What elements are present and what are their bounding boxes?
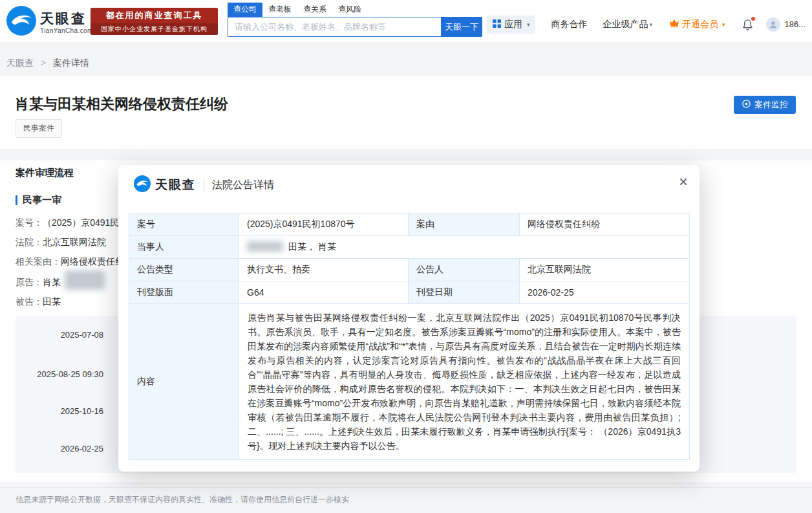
modal-brand: 天眼查 [155, 177, 196, 193]
announcement-table: 案号 (2025)京0491民初10870号 案由 网络侵权责任纠纷 当事人 田… [129, 213, 690, 460]
apps-label: 应用 [504, 19, 522, 30]
field-court: 法院：北京互联网法院 [16, 237, 106, 248]
field-value: 肖某 [43, 277, 61, 287]
content-value: 原告肖某与被告田某网络侵权责任纠纷一案，北京互联网法院作出（2025）京0491… [239, 304, 690, 460]
user-account[interactable]: 186... [766, 17, 806, 32]
field-defendant: 被告：田某 [16, 296, 61, 308]
tab-search-risk[interactable]: 查风险 [332, 3, 367, 17]
breadcrumb-separator: > [41, 58, 46, 68]
case-number-label: 案号 [129, 213, 239, 236]
bell-icon [742, 22, 754, 33]
table-row: 案号 (2025)京0491民初10870号 案由 网络侵权责任纠纷 [129, 213, 690, 236]
plaintiff-name-blur [65, 270, 105, 290]
case-number-value: (2025)京0491民初10870号 [239, 213, 409, 236]
field-value: 北京互联网法院 [43, 237, 106, 247]
search-box: 天眼一下 [228, 17, 482, 37]
page-title-section: 肖某与田某相关网络侵权责任纠纷 民事案件 案件监控 [0, 76, 812, 149]
breadcrumb-home[interactable]: 天眼查 [6, 58, 34, 68]
announcer-label: 公告人 [409, 259, 520, 281]
top-header: 天眼查 TianYanCha.com 都在用的商业查询工具 国家中小企业发展子基… [0, 0, 812, 43]
tab-search-relation[interactable]: 查关系 [297, 3, 332, 17]
footer-divider [0, 487, 812, 488]
tianyancha-logo-icon [134, 175, 151, 195]
field-cause: 相关案由：网络侵权责任纠纷 [16, 256, 133, 268]
cause-label: 案由 [409, 213, 520, 236]
field-label: 被告： [16, 296, 43, 307]
apps-grid-icon [493, 19, 501, 30]
stage-header: 民事一审 [16, 194, 61, 206]
modal-header-divider [204, 179, 204, 191]
case-monitor-button[interactable]: 案件监控 [734, 96, 796, 114]
field-label: 法院： [16, 237, 43, 247]
field-value: 田某 [43, 296, 61, 307]
apps-menu[interactable]: 应用 ▾ [487, 16, 536, 34]
chevron-down-icon: ▾ [722, 21, 725, 28]
top-nav: 应用 ▾ 商务合作 企业级产品 ▾ 开通会员 ▾ 186... [487, 14, 806, 34]
tianyancha-logo-icon [6, 6, 36, 38]
chevron-down-icon: ▾ [527, 21, 530, 28]
chevron-down-icon: ▾ [649, 21, 652, 28]
announcement-type-label: 公告类型 [129, 259, 239, 281]
publish-page-value: G64 [239, 281, 409, 304]
page-footer: 信息来源于网络公开数据，天眼查不保证内容的真实性、准确性，请你使用信息前自行进一… [0, 482, 812, 513]
notification-bell[interactable] [742, 18, 754, 31]
announcer-value: 北京互联网法院 [520, 259, 690, 281]
publish-page-label: 刊登版面 [129, 281, 239, 304]
logo-text: 天眼查 TianYanCha.com [40, 10, 93, 34]
parties-label: 当事人 [129, 236, 239, 259]
tab-search-company[interactable]: 查公司 [228, 3, 262, 17]
search-input[interactable] [228, 17, 441, 37]
site-logo[interactable]: 天眼查 TianYanCha.com [6, 6, 93, 38]
nav-enterprise-products[interactable]: 企业级产品 ▾ [603, 19, 652, 30]
vip-label: 开通会员 [682, 19, 718, 30]
brand-domain: TianYanCha.com [40, 27, 93, 34]
crown-icon [669, 19, 679, 30]
search-area: 查公司 查老板 查关系 查风险 天眼一下 [228, 3, 482, 37]
court-announcement-modal: 天眼查 法院公告详情 × 案号 (2025)京0491民初10870号 案由 网… [118, 165, 700, 472]
field-label: 案号： [16, 217, 43, 228]
timeline-item[interactable]: 2025-07-08 [13, 330, 103, 340]
avatar [766, 17, 780, 32]
footer-disclaimer: 信息来源于网络公开数据，天眼查不保证内容的真实性、准确性，请你使用信息前自行进一… [16, 494, 349, 505]
promo-line-2: 国家中小企业发展子基金旗下机构 [91, 23, 218, 35]
promo-badge: 都在用的商业查询工具 国家中小企业发展子基金旗下机构 [91, 8, 218, 35]
page-root: { "colors": { "brand_blue": "#1f6fd9", "… [0, 0, 812, 513]
user-phone: 186... [784, 19, 806, 29]
modal-header: 天眼查 法院公告详情 × [118, 165, 700, 201]
field-plaintiff: 原告：肖某 [16, 277, 61, 289]
content-label: 内容 [129, 304, 239, 460]
page-title: 肖某与田某相关网络侵权责任纠纷 [15, 94, 228, 114]
case-monitor-label: 案件监控 [754, 99, 788, 111]
stage-accent-bar [16, 195, 17, 205]
party-name-blur [247, 241, 283, 252]
search-button[interactable]: 天眼一下 [441, 17, 482, 37]
timeline-item[interactable]: 2026-02-25 [13, 444, 103, 453]
close-icon[interactable]: × [679, 174, 688, 190]
notification-dot [751, 17, 755, 21]
case-type-tag: 民事案件 [16, 119, 62, 138]
publish-date-label: 刊登日期 [409, 281, 520, 304]
cause-value: 网络侵权责任纠纷 [520, 213, 690, 236]
table-row: 刊登版面 G64 刊登日期 2026-02-25 [129, 281, 690, 304]
announcement-type-value: 执行文书、拍卖 [239, 259, 409, 281]
parties-text: 田某， 肖某 [288, 241, 336, 252]
stage-title: 民事一审 [23, 194, 61, 206]
table-row: 内容 原告肖某与被告田某网络侵权责任纠纷一案，北京互联网法院作出（2025）京0… [129, 304, 690, 460]
parties-value: 田某， 肖某 [239, 236, 690, 259]
tab-search-boss[interactable]: 查老板 [262, 3, 297, 17]
field-label: 相关案由： [16, 256, 61, 267]
breadcrumb-current: 案件详情 [53, 58, 89, 68]
vip-upgrade-button[interactable]: 开通会员 ▾ [669, 19, 725, 30]
field-label: 原告： [16, 277, 43, 287]
breadcrumb: 天眼查 > 案件详情 [6, 58, 89, 69]
publish-date-value: 2026-02-25 [520, 281, 690, 304]
search-tabs: 查公司 查老板 查关系 查风险 [228, 3, 482, 17]
promo-line-1: 都在用的商业查询工具 [91, 8, 218, 23]
nav-business-cooperation[interactable]: 商务合作 [551, 19, 587, 30]
monitor-eye-icon [742, 99, 751, 111]
timeline-item[interactable]: 2025-08-25 09:30 [13, 369, 103, 379]
table-row: 公告类型 执行文书、拍卖 公告人 北京互联网法院 [129, 259, 690, 281]
nav-enterprise-label: 企业级产品 [603, 19, 648, 30]
table-row: 当事人 田某， 肖某 [129, 236, 690, 259]
timeline-item[interactable]: 2025-10-16 [13, 406, 103, 416]
